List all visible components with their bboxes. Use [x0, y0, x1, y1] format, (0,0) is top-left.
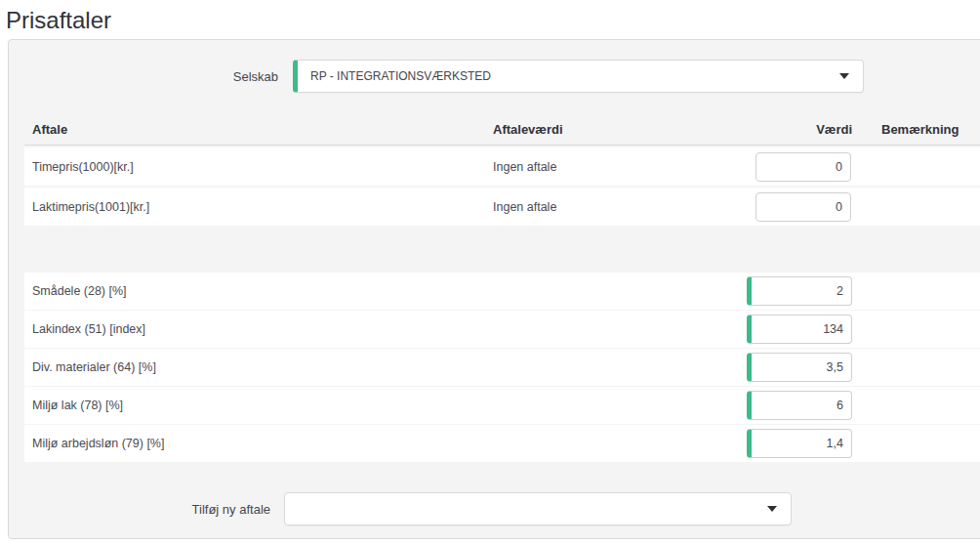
vaerdi-input[interactable]	[755, 152, 851, 182]
table-row: Miljø lak (78) [%]	[24, 387, 980, 424]
table-row: Smådele (28) [%]	[24, 273, 980, 310]
vaerdi-input[interactable]	[747, 276, 852, 306]
header-aftalevaerdi: Aftaleværdi	[493, 122, 747, 137]
aftale-label: Div. materialer (64) [%]	[24, 360, 493, 374]
aftalevaerdi-value: Ingen aftale	[493, 160, 747, 174]
aftale-label: Timepris(1000)[kr.]	[24, 160, 493, 174]
price-agreements-table: Aftale Aftaleværdi Værdi Bemærkning Time…	[24, 113, 980, 462]
add-agreement-row: Tilføj ny aftale	[9, 492, 980, 525]
vaerdi-input[interactable]	[755, 192, 851, 222]
aftale-label: Laktimepris(1001)[kr.]	[24, 200, 493, 214]
chevron-down-icon	[767, 506, 777, 512]
table-row: Laktimepris(1001)[kr.] Ingen aftale	[24, 188, 980, 226]
selskab-dropdown-value: RP - INTEGRATIONSVÆRKSTED	[310, 69, 491, 83]
page-title: Prisaftaler	[6, 7, 980, 34]
table-header: Aftale Aftaleværdi Værdi Bemærkning	[24, 113, 980, 146]
header-aftale: Aftale	[24, 122, 493, 137]
section-divider	[24, 226, 980, 272]
aftale-label: Lakindex (51) [index]	[24, 322, 493, 336]
chevron-down-icon	[839, 73, 849, 79]
selskab-label: Selskab	[9, 69, 293, 84]
selskab-form-row: Selskab RP - INTEGRATIONSVÆRKSTED	[9, 40, 980, 93]
aftale-label: Miljø arbejdsløn (79) [%]	[24, 437, 493, 450]
vaerdi-input[interactable]	[747, 315, 852, 344]
table-row: Miljø arbejdsløn (79) [%]	[24, 425, 980, 462]
header-vaerdi: Værdi	[747, 122, 852, 137]
header-bemaerkning: Bemærkning	[852, 122, 980, 137]
table-row: Lakindex (51) [index]	[24, 311, 980, 348]
add-agreement-dropdown[interactable]	[284, 492, 792, 525]
selskab-dropdown[interactable]: RP - INTEGRATIONSVÆRKSTED	[293, 60, 864, 93]
table-section-percentages: Smådele (28) [%] Lakindex (51) [index] D…	[24, 273, 980, 462]
vaerdi-input[interactable]	[747, 391, 852, 420]
prisaftaler-panel: Selskab RP - INTEGRATIONSVÆRKSTED Aftale…	[8, 39, 980, 539]
vaerdi-input[interactable]	[747, 353, 852, 382]
add-agreement-label: Tilføj ny aftale	[9, 502, 284, 517]
vaerdi-input[interactable]	[747, 429, 852, 458]
table-row: Timepris(1000)[kr.] Ingen aftale	[24, 147, 980, 186]
table-section-hourly: Timepris(1000)[kr.] Ingen aftale Laktime…	[24, 147, 980, 226]
aftale-label: Smådele (28) [%]	[24, 284, 493, 298]
aftale-label: Miljø lak (78) [%]	[24, 399, 493, 412]
table-row: Div. materialer (64) [%]	[24, 349, 980, 386]
aftalevaerdi-value: Ingen aftale	[493, 200, 747, 214]
